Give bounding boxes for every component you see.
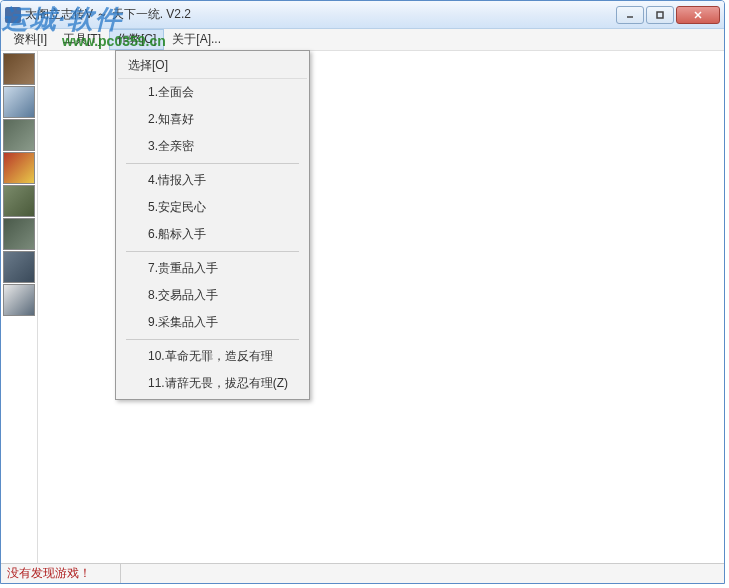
window-title: 太阁立志传V ～ 天下一统. V2.2	[25, 6, 616, 23]
dropdown-item[interactable]: 2.知喜好	[118, 106, 307, 133]
client-area	[1, 51, 724, 563]
svg-rect-1	[657, 12, 663, 18]
dropdown-separator	[126, 163, 299, 164]
dropdown-header[interactable]: 选择[O]	[118, 53, 307, 79]
dropdown-item[interactable]: 6.船标入手	[118, 221, 307, 248]
menu-about[interactable]: 关于[A]...	[164, 29, 229, 50]
dropdown-item[interactable]: 7.贵重品入手	[118, 255, 307, 282]
close-button[interactable]	[676, 6, 720, 24]
avatar-1[interactable]	[3, 53, 35, 85]
minimize-button[interactable]	[616, 6, 644, 24]
dropdown-item[interactable]: 1.全面会	[118, 79, 307, 106]
dropdown-item[interactable]: 3.全亲密	[118, 133, 307, 160]
avatar-2[interactable]	[3, 86, 35, 118]
app-window: 太阁立志传V ～ 天下一统. V2.2 资料[I] 工具[T] 作弊[C] 关于…	[0, 0, 725, 584]
sidebar	[1, 51, 37, 563]
avatar-6[interactable]	[3, 218, 35, 250]
dropdown-item[interactable]: 8.交易品入手	[118, 282, 307, 309]
dropdown-separator	[126, 251, 299, 252]
dropdown-item[interactable]: 4.情报入手	[118, 167, 307, 194]
statusbar: 没有发现游戏！	[1, 563, 724, 583]
avatar-3[interactable]	[3, 119, 35, 151]
dropdown-item[interactable]: 9.采集品入手	[118, 309, 307, 336]
titlebar: 太阁立志传V ～ 天下一统. V2.2	[1, 1, 724, 29]
window-controls	[616, 6, 720, 24]
app-icon	[5, 7, 21, 23]
dropdown-item[interactable]: 5.安定民心	[118, 194, 307, 221]
menu-cheat[interactable]: 作弊[C]	[109, 29, 164, 50]
status-text: 没有发现游戏！	[1, 564, 121, 583]
dropdown-item[interactable]: 10.革命无罪，造反有理	[118, 343, 307, 370]
dropdown-separator	[126, 339, 299, 340]
maximize-button[interactable]	[646, 6, 674, 24]
avatar-4[interactable]	[3, 152, 35, 184]
avatar-7[interactable]	[3, 251, 35, 283]
menubar: 资料[I] 工具[T] 作弊[C] 关于[A]...	[1, 29, 724, 51]
avatar-5[interactable]	[3, 185, 35, 217]
menu-data[interactable]: 资料[I]	[5, 29, 55, 50]
avatar-8[interactable]	[3, 284, 35, 316]
menu-tools[interactable]: 工具[T]	[55, 29, 109, 50]
dropdown-item[interactable]: 11.请辞无畏，拔忍有理(Z)	[118, 370, 307, 397]
cheat-dropdown: 选择[O] 1.全面会2.知喜好3.全亲密4.情报入手5.安定民心6.船标入手7…	[115, 50, 310, 400]
